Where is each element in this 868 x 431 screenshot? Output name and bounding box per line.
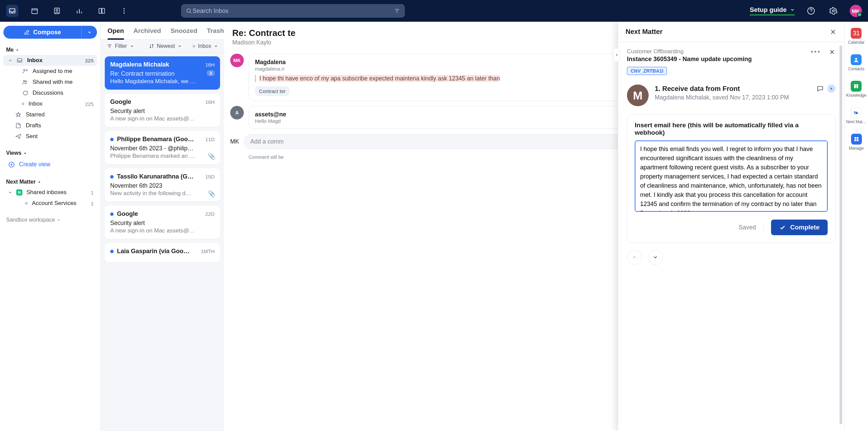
workflow-name[interactable]: Customer Offboarding <box>627 48 811 55</box>
thread-card[interactable]: Google22DSecurity alertA new sign-in on … <box>105 206 220 239</box>
rail-nextmatter[interactable]: N▸ Next Mat… <box>846 107 866 124</box>
label: Account Services <box>32 200 76 207</box>
tab-trash[interactable]: Trash <box>207 27 224 39</box>
sender-avatar: MK <box>230 54 244 67</box>
contacts-icon <box>851 54 862 65</box>
thread-sender: Google <box>110 98 202 106</box>
close-icon[interactable] <box>829 28 837 36</box>
thread-time: 11D <box>205 136 215 142</box>
sidebar-item-inbox[interactable]: Inbox 225 <box>3 55 97 66</box>
user-avatar[interactable]: MK <box>850 5 862 17</box>
thread-sender: Laia Gasparin (via Goo… <box>117 248 197 255</box>
label: Discussions <box>33 90 63 96</box>
thread-sender: Google <box>117 210 202 218</box>
sidebar-item-shared[interactable]: Shared with me <box>3 77 97 88</box>
sidebar-item-starred[interactable]: Starred <box>3 109 97 120</box>
check-icon <box>779 224 786 231</box>
compose-icon <box>24 29 30 35</box>
thread-card[interactable]: Tassilo Karunarathna (G…15DNovember 6th … <box>105 168 220 202</box>
sidebar-item-drafts[interactable]: Drafts <box>3 120 97 131</box>
svg-point-9 <box>187 9 191 13</box>
filter-button[interactable]: Filter <box>107 43 134 49</box>
more-options-icon[interactable]: ••• <box>811 48 821 55</box>
step-avatar: M <box>627 85 649 106</box>
prev-step-button[interactable] <box>627 250 642 265</box>
sidebar-item-sent[interactable]: Sent <box>3 131 97 142</box>
chevron-down-icon <box>130 44 134 48</box>
divider <box>763 223 764 232</box>
nav-inbox-icon[interactable] <box>6 5 18 17</box>
complete-button[interactable]: Complete <box>771 220 828 235</box>
topic-chip[interactable]: Contract ter <box>255 86 290 96</box>
unread-dot <box>110 212 114 216</box>
svg-point-14 <box>23 80 25 82</box>
setup-guide-link[interactable]: Setup guide <box>750 6 795 16</box>
label: Inbox <box>27 57 42 64</box>
search-input[interactable] <box>192 7 394 15</box>
svg-rect-5 <box>102 8 104 14</box>
conversation-tag[interactable]: CNV_ZRTBA1I <box>627 67 667 75</box>
help-icon[interactable] <box>805 5 817 17</box>
rail-contacts[interactable]: Contacts <box>848 54 864 71</box>
nav-analytics-icon[interactable] <box>73 5 85 17</box>
attachment-icon: 📎 <box>208 190 215 198</box>
sidebar-item-assigned[interactable]: Assigned to me <box>3 66 97 77</box>
global-search[interactable] <box>181 4 405 18</box>
next-step-button[interactable] <box>648 250 663 265</box>
nav-calendar-icon[interactable] <box>28 5 41 17</box>
label: Inbox <box>28 100 43 107</box>
section-me[interactable]: Me <box>3 45 97 55</box>
section-sandbox[interactable]: Sandbox workspace <box>3 215 97 225</box>
label: Calendar <box>848 40 865 45</box>
thread-subject: Security alert <box>110 108 215 115</box>
section-nextmatter[interactable]: Next Matter <box>3 177 97 187</box>
send-icon <box>15 133 22 140</box>
thread-card[interactable]: Laia Gasparin (via Goo…1MTH <box>105 243 220 262</box>
scope-button[interactable]: Inbox <box>193 43 218 49</box>
section-views[interactable]: Views <box>3 148 97 158</box>
compose-button[interactable]: Compose <box>3 26 81 39</box>
play-icon[interactable] <box>827 85 835 93</box>
rail-manage[interactable]: Manage <box>849 134 864 151</box>
nav-more-icon[interactable] <box>118 5 130 17</box>
nav-split-icon[interactable] <box>96 5 108 17</box>
section-me-label: Me <box>6 47 14 53</box>
rail-knowledge[interactable]: Knowledge <box>846 81 866 98</box>
search-icon <box>186 8 192 14</box>
sidebar-item-inbox-sub[interactable]: Inbox 225 <box>3 98 97 109</box>
sidebar-item-shared-inboxes[interactable]: N Shared inboxes 1 <box>3 187 97 198</box>
step-title: 1. Receive data from Front <box>655 85 740 93</box>
thread-card[interactable]: Philippe Benamara (Goo…11DNovember 6th 2… <box>105 131 220 164</box>
svg-rect-21 <box>856 137 858 139</box>
panel-title: Next Matter <box>626 28 829 36</box>
close-instance-icon[interactable] <box>829 49 835 55</box>
count: 1 <box>91 201 94 206</box>
svg-point-11 <box>832 10 834 12</box>
sidebar-item-discussions[interactable]: Discussions <box>3 88 97 98</box>
thread-card[interactable]: Google16HSecurity alertA new sign-in on … <box>105 94 220 127</box>
create-view-button[interactable]: Create view <box>3 158 97 171</box>
compose-dropdown[interactable] <box>81 26 97 39</box>
tab-archived[interactable]: Archived <box>134 27 161 39</box>
label: Inbox <box>198 43 211 49</box>
sidebar-item-account-services[interactable]: Account Services 1 <box>3 198 97 209</box>
tab-open[interactable]: Open <box>107 27 124 39</box>
svg-point-15 <box>25 81 27 82</box>
panel-collapse-handle[interactable] <box>613 48 620 62</box>
apps-icon <box>851 134 862 145</box>
thread-card[interactable]: Magdalena Michalak16HRe: Contract termin… <box>105 56 220 90</box>
scrollbar[interactable] <box>840 45 842 424</box>
sort-button[interactable]: Newest <box>149 43 182 49</box>
section-views-label: Views <box>6 150 21 156</box>
nextmatter-panel: Next Matter Customer Offboarding Instanc… <box>618 22 844 431</box>
email-body-textarea[interactable] <box>635 140 828 212</box>
comment-icon[interactable] <box>816 85 824 92</box>
nav-contacts-icon[interactable] <box>51 5 63 17</box>
tab-snoozed[interactable]: Snoozed <box>171 27 197 39</box>
rail-calendar[interactable]: 31 Calendar <box>848 28 865 45</box>
status-dot <box>193 45 195 48</box>
label: Newest <box>157 43 175 49</box>
gear-icon[interactable] <box>827 5 840 17</box>
filter-icon <box>107 43 112 49</box>
filter-lines-icon[interactable] <box>394 8 400 14</box>
